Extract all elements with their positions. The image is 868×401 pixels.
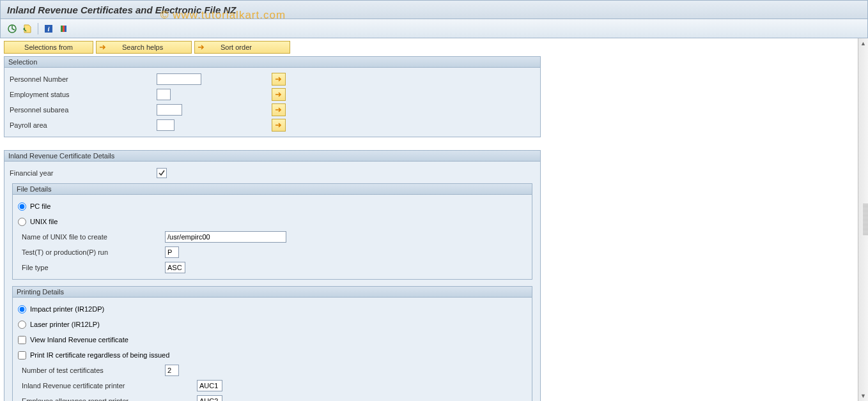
personnel-subarea-input[interactable] <box>157 104 182 116</box>
view-cert-label: View Inland Revenue certificate <box>30 336 128 344</box>
personnel-number-label: Personnel Number <box>10 75 157 83</box>
personnel-subarea-multi-select[interactable] <box>272 103 286 116</box>
svg-rect-4 <box>63 26 65 32</box>
svg-rect-3 <box>61 26 63 32</box>
financial-year-label: Financial year <box>10 169 157 177</box>
title-bar: Inland Revenue Certificates and Electron… <box>0 0 868 19</box>
sort-order-button[interactable]: Sort order <box>194 41 290 54</box>
printing-details-group: Printing Details Impact printer (IR12DP)… <box>12 286 532 401</box>
view-cert-checkbox[interactable]: View Inland Revenue certificate <box>18 336 128 344</box>
selection-group-title: Selection <box>4 57 540 68</box>
app-toolbar: i © www.tutorialkart.com <box>0 19 868 38</box>
scroll-grip-icon[interactable] <box>863 204 868 236</box>
sort-order-label: Sort order <box>221 43 252 51</box>
selections-from-button[interactable]: Selections from <box>4 41 93 54</box>
toolbar-separator <box>38 23 38 34</box>
impact-printer-label: Impact printer (IR12DP) <box>30 305 104 313</box>
ir-details-title: Inland Revenue Certificate Details <box>4 151 540 162</box>
scroll-down-icon[interactable]: ▼ <box>858 391 868 401</box>
file-type-label: File type <box>18 264 165 271</box>
ir-details-group: Inland Revenue Certificate Details Finan… <box>4 150 541 401</box>
main-content: Selections from Search helps Sort order … <box>0 38 858 401</box>
laser-printer-label: Laser printer (IR12LP) <box>30 321 100 328</box>
unix-file-radio[interactable]: UNIX file <box>18 218 58 226</box>
num-test-label: Number of test certificates <box>18 367 165 374</box>
employment-status-input[interactable] <box>157 89 171 100</box>
arrow-right-icon <box>198 44 205 50</box>
arrow-right-icon <box>99 44 107 50</box>
page-title: Inland Revenue Certificates and Electron… <box>7 4 236 15</box>
file-details-title: File Details <box>13 184 532 195</box>
run-type-input[interactable] <box>165 246 179 258</box>
unix-name-input[interactable] <box>165 231 286 243</box>
allow-printer-input[interactable] <box>197 395 222 401</box>
selection-group: Selection Personnel Number Employment st… <box>4 56 541 137</box>
printing-details-title: Printing Details <box>13 287 532 298</box>
allow-printer-label: Employee allowance report printer <box>18 397 197 401</box>
action-button-bar: Selections from Search helps Sort order <box>4 41 854 54</box>
search-helps-label: Search helps <box>122 43 163 51</box>
laser-printer-radio[interactable]: Laser printer (IR12LP) <box>18 321 100 329</box>
ir-printer-label: Inland Revenue certificate printer <box>18 382 197 390</box>
payroll-area-label: Payroll area <box>10 121 157 129</box>
svg-rect-5 <box>65 26 66 32</box>
employment-status-label: Employment status <box>10 91 157 98</box>
financial-year-checkbox[interactable] <box>157 168 167 178</box>
flag-icon[interactable] <box>58 22 70 35</box>
personnel-subarea-label: Personnel subarea <box>10 106 157 114</box>
search-helps-button[interactable]: Search helps <box>96 41 192 54</box>
selections-from-label: Selections from <box>24 43 73 51</box>
ir-printer-input[interactable] <box>197 380 222 391</box>
pc-file-label: PC file <box>30 202 50 210</box>
unix-file-label: UNIX file <box>30 218 58 225</box>
impact-printer-radio[interactable]: Impact printer (IR12DP) <box>18 305 104 314</box>
pc-file-radio[interactable]: PC file <box>18 202 50 211</box>
employment-status-multi-select[interactable] <box>272 88 286 101</box>
scroll-up-icon[interactable]: ▲ <box>858 38 868 49</box>
get-variant-icon[interactable] <box>21 22 34 35</box>
execute-icon[interactable] <box>6 22 19 35</box>
num-test-input[interactable] <box>165 365 179 376</box>
print-regardless-checkbox[interactable]: Print IR certificate regardless of being… <box>18 351 169 359</box>
file-type-input[interactable] <box>165 262 185 273</box>
personnel-number-input[interactable] <box>157 73 201 85</box>
run-type-label: Test(T) or production(P) run <box>18 248 165 256</box>
payroll-area-multi-select[interactable] <box>272 119 286 132</box>
info-icon[interactable]: i <box>42 22 55 35</box>
vertical-scrollbar[interactable]: ▲ ▼ <box>858 38 868 401</box>
print-regardless-label: Print IR certificate regardless of being… <box>30 351 169 359</box>
personnel-number-multi-select[interactable] <box>272 73 286 86</box>
file-details-group: File Details PC file UNIX file Name of U… <box>12 183 532 280</box>
unix-name-label: Name of UNIX file to create <box>18 233 165 241</box>
payroll-area-input[interactable] <box>157 119 174 131</box>
